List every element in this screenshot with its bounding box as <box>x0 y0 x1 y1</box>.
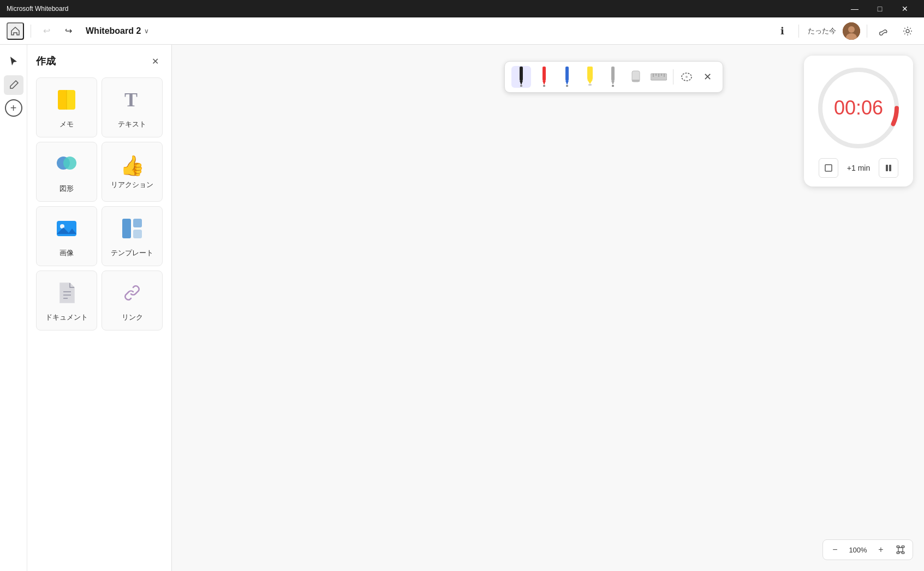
whiteboard-title-button[interactable]: Whiteboard 2 ∨ <box>81 24 153 38</box>
fit-to-screen-button[interactable] <box>893 542 908 557</box>
settings-button[interactable] <box>898 21 917 41</box>
svg-rect-45 <box>886 165 888 171</box>
app-title: Microsoft Whiteboard <box>7 5 842 13</box>
svg-marker-24 <box>565 81 569 85</box>
creation-panel-title: 作成 <box>36 55 56 68</box>
svg-rect-44 <box>825 165 832 171</box>
text-label: テキスト <box>118 119 146 129</box>
svg-rect-29 <box>611 67 615 81</box>
undo-button[interactable]: ↩ <box>38 22 55 40</box>
image-label: 画像 <box>59 248 74 258</box>
memo-label: メモ <box>59 119 74 129</box>
creation-item-memo[interactable]: メモ <box>36 77 97 137</box>
timer-widget: 00:06 +1 min <box>804 56 913 187</box>
add-button[interactable]: + <box>5 99 22 117</box>
plus-icon: + <box>10 102 17 115</box>
share-button[interactable] <box>874 21 893 41</box>
eraser-tool[interactable] <box>626 66 646 88</box>
svg-rect-13 <box>133 230 142 238</box>
timer-display: 00:06 <box>834 97 883 119</box>
link-icon <box>120 281 144 308</box>
maximize-button[interactable]: □ <box>867 0 892 17</box>
select-tool-button[interactable] <box>4 51 23 71</box>
text-icon: T <box>120 88 144 115</box>
creation-item-template[interactable]: テンプレート <box>102 206 163 266</box>
svg-rect-23 <box>565 67 569 81</box>
template-label: テンプレート <box>111 248 153 258</box>
creation-item-document[interactable]: ドキュメント <box>36 271 97 330</box>
shape-icon <box>55 152 79 179</box>
zoom-level-display: 100% <box>847 546 869 554</box>
timer-pause-button[interactable] <box>879 158 898 178</box>
avatar[interactable] <box>843 22 860 40</box>
timer-add-label: +1 min <box>847 164 870 172</box>
minimize-button[interactable]: — <box>842 0 867 17</box>
svg-marker-30 <box>611 81 615 85</box>
svg-rect-25 <box>566 85 568 87</box>
svg-rect-19 <box>520 85 522 87</box>
svg-rect-28 <box>588 84 592 86</box>
timer-controls: +1 min <box>819 158 898 178</box>
creation-panel-close-button[interactable]: ✕ <box>147 53 163 69</box>
home-button[interactable] <box>7 22 24 40</box>
main-toolbar: ↩ ↪ Whiteboard 2 ∨ ℹ たった今 <box>0 17 924 45</box>
pen-toolbar-close-button[interactable]: ✕ <box>699 68 716 86</box>
window-controls: — □ ✕ <box>842 0 917 17</box>
svg-rect-5 <box>58 90 67 110</box>
gray-pen-tool[interactable] <box>603 66 623 88</box>
blue-pen-tool[interactable] <box>557 66 577 88</box>
ruler-tool[interactable] <box>649 66 669 88</box>
separator-3 <box>867 25 867 38</box>
timer-stop-button[interactable] <box>819 158 838 178</box>
main-area: + 作成 ✕ メモ <box>0 45 924 571</box>
zoom-in-button[interactable]: + <box>873 542 889 557</box>
svg-rect-26 <box>587 67 593 80</box>
svg-marker-18 <box>520 81 523 85</box>
svg-point-41 <box>685 76 688 78</box>
creation-item-text[interactable]: T テキスト <box>102 77 163 137</box>
canvas-area[interactable]: ✕ 00:06 +1 min <box>172 45 924 571</box>
svg-text:T: T <box>124 89 138 111</box>
memo-icon <box>55 88 79 115</box>
creation-item-reaction[interactable]: 👍 リアクション <box>102 142 163 202</box>
template-icon <box>120 217 144 244</box>
creation-panel: 作成 ✕ メモ T <box>27 45 172 571</box>
yellow-highlighter-tool[interactable] <box>580 66 600 88</box>
svg-point-8 <box>63 157 76 170</box>
lasso-button[interactable] <box>678 68 695 86</box>
black-pen-tool[interactable] <box>511 66 531 88</box>
creation-item-link[interactable]: リンク <box>102 271 163 330</box>
left-sidebar: + <box>0 45 27 571</box>
zoom-out-button[interactable]: − <box>827 542 843 557</box>
whiteboard-name: Whiteboard 2 <box>86 26 141 36</box>
svg-point-3 <box>906 29 909 33</box>
close-button[interactable]: ✕ <box>892 0 917 17</box>
zoom-controls: − 100% + <box>822 539 913 560</box>
pen-toolbar-separator <box>673 69 673 85</box>
creation-panel-header: 作成 ✕ <box>36 53 163 69</box>
document-label: ドキュメント <box>45 312 88 322</box>
pen-toolbar: ✕ <box>504 61 723 93</box>
svg-rect-22 <box>543 85 545 87</box>
svg-rect-33 <box>632 80 640 82</box>
red-pen-tool[interactable] <box>534 66 554 88</box>
info-button[interactable]: ℹ <box>772 21 792 41</box>
titlebar: Microsoft Whiteboard — □ ✕ <box>0 0 924 17</box>
redo-button[interactable]: ↪ <box>59 22 77 40</box>
creation-grid: メモ T テキスト 図形 <box>36 77 163 330</box>
svg-marker-21 <box>543 81 546 85</box>
separator-1 <box>31 25 31 38</box>
save-timestamp: たった今 <box>806 26 838 36</box>
creation-item-shape[interactable]: 図形 <box>36 142 97 202</box>
shape-label: 図形 <box>59 184 74 194</box>
document-icon <box>55 281 79 308</box>
svg-rect-17 <box>520 67 523 81</box>
svg-rect-20 <box>543 67 546 81</box>
svg-point-10 <box>60 224 64 229</box>
reaction-label: リアクション <box>111 180 153 190</box>
svg-point-1 <box>848 26 855 33</box>
svg-rect-51 <box>898 548 903 552</box>
svg-rect-31 <box>612 85 614 87</box>
creation-item-image[interactable]: 画像 <box>36 206 97 266</box>
pen-tool-button[interactable] <box>4 75 23 95</box>
